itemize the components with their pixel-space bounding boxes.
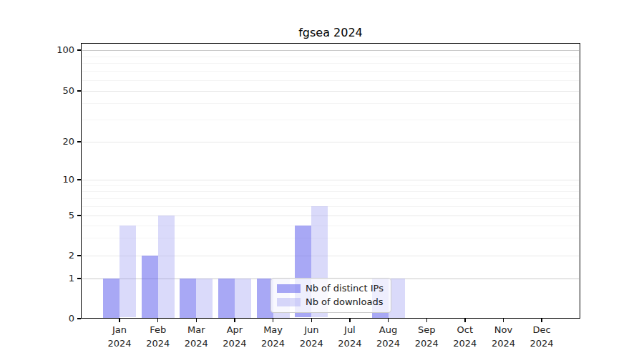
x-tick-label-jul: Jul 2024 [331, 323, 369, 350]
y-tick-5 [77, 215, 81, 216]
legend-item-downloads: Nb of downloads [277, 296, 385, 308]
y-tick-2 [77, 255, 81, 256]
y-tick-label-20: 20 [0, 136, 74, 147]
y-tick-label-10: 10 [0, 174, 74, 185]
gridline-minor [82, 80, 579, 81]
x-tick-jul [349, 319, 351, 322]
bar-ips-apr [218, 279, 235, 318]
x-tick-jan [119, 319, 120, 322]
x-tick-label-apr: Apr 2024 [215, 323, 254, 350]
x-tick-label-jun: Jun 2024 [292, 323, 331, 350]
x-tick-label-aug: Aug 2024 [369, 323, 408, 350]
gridline-minor [82, 103, 579, 104]
gridline-major [82, 142, 579, 142]
x-tick-oct [464, 319, 466, 322]
y-tick-label-50: 50 [0, 85, 74, 97]
x-tick-label-feb: Feb 2024 [139, 323, 177, 350]
gridline-minor [82, 191, 579, 192]
x-tick-label-oct: Oct 2024 [446, 323, 484, 350]
y-tick-1 [77, 278, 81, 279]
x-tick-apr [234, 319, 235, 322]
y-tick-label-5: 5 [0, 210, 74, 221]
y-tick-100 [77, 49, 81, 51]
bar-ips-jan [103, 279, 119, 318]
bar-downloads-jan [119, 226, 136, 318]
y-tick-50 [77, 90, 81, 92]
bar-ips-feb [142, 256, 158, 318]
x-tick-dec [541, 319, 542, 322]
y-tick-20 [77, 141, 81, 142]
bar-ips-mar [180, 279, 196, 318]
gridline-minor [82, 226, 579, 226]
x-tick-label-dec: Dec 2024 [522, 323, 561, 350]
gridline-major [82, 180, 579, 180]
gridline-major [82, 50, 579, 51]
legend: Nb of distinct IPs Nb of downloads [270, 278, 391, 313]
x-tick-aug [388, 319, 389, 322]
x-tick-label-may: May 2024 [254, 323, 293, 350]
y-tick-label-1: 1 [0, 273, 74, 284]
y-tick-10 [77, 179, 81, 180]
gridline-minor [82, 63, 579, 64]
legend-swatch-distinct-ips [277, 284, 301, 293]
gridline-minor [82, 71, 579, 72]
legend-item-distinct-ips: Nb of distinct IPs [277, 283, 385, 294]
x-tick-label-nov: Nov 2024 [484, 323, 523, 350]
gridline-minor [82, 120, 579, 120]
download-stats-chart: fgsea 2024 Jan 2024Feb 2024Mar 2024Apr 2… [0, 0, 644, 358]
gridline-minor [82, 238, 579, 238]
gridline-minor [82, 185, 579, 186]
x-tick-label-mar: Mar 2024 [177, 323, 215, 350]
y-tick-label-2: 2 [0, 250, 74, 261]
y-tick-0 [77, 318, 81, 319]
legend-label-distinct-ips: Nb of distinct IPs [306, 283, 384, 294]
bar-downloads-mar [196, 279, 213, 318]
y-tick-label-100: 100 [0, 44, 74, 56]
x-tick-label-sep: Sep 2024 [407, 323, 446, 350]
y-tick-label-0: 0 [0, 313, 74, 324]
x-tick-may [273, 319, 274, 322]
bar-downloads-feb [158, 216, 175, 318]
x-tick-label-jan: Jan 2024 [100, 323, 139, 350]
x-tick-feb [157, 319, 159, 322]
x-tick-mar [196, 319, 197, 322]
chart-title: fgsea 2024 [81, 26, 580, 39]
gridline-major [82, 216, 579, 216]
gridline-major [82, 91, 579, 92]
legend-swatch-downloads [277, 298, 301, 306]
x-tick-jun [311, 319, 313, 322]
bar-downloads-apr [235, 279, 251, 318]
gridline-minor [82, 206, 579, 207]
legend-label-downloads: Nb of downloads [306, 296, 383, 308]
x-tick-sep [426, 319, 428, 322]
x-tick-nov [503, 319, 504, 322]
gridline-minor [82, 198, 579, 199]
gridline-minor [82, 57, 579, 57]
